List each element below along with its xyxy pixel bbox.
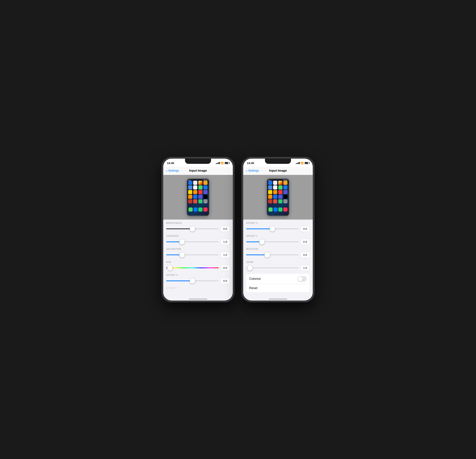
content-area-right: 10:41 ▌▌▌ 📶 🔋 30 [243,175,313,301]
hue-slider-container[interactable] [166,265,219,270]
contrast-value: 1.0 [221,239,230,245]
zoom-slider-row: 1.0 [246,265,310,271]
contrast-thumb[interactable] [179,239,185,245]
saturation-slider-container[interactable] [166,252,219,257]
offsetx-thumb[interactable] [190,278,195,283]
bar2-r [297,163,298,164]
app-clock [193,185,197,189]
dock-music [204,207,207,212]
left-phone-body: 14:40 ▲ 📶 ‹ [162,157,234,302]
brightness-thumb[interactable] [190,226,195,231]
rotation-thumb[interactable] [264,252,270,257]
offsety-thumb[interactable] [259,239,264,245]
brightness-track [166,229,219,229]
hue-label: HUE [166,261,230,263]
hue-track [166,268,219,268]
bar3-r [298,162,299,164]
colorize-toggle[interactable] [298,276,307,282]
battery-fill-right [305,162,308,164]
settings-list: Colorize Reset [246,274,310,292]
app-money [198,199,203,203]
offsetx-control: OFFSET X 0.0 [166,274,230,284]
app-dayone-r [268,185,272,189]
offsety-control: OFFSET Y 0.0 [246,235,310,245]
thumb-screen: 10:41 ▌▌▌ 📶 🔋 30 [187,179,209,215]
hue-thumb[interactable] [167,265,172,270]
back-button[interactable]: ‹ Settings [166,169,179,172]
contrast-slider-row: 1.0 [166,239,230,245]
app-clock-r [273,185,277,189]
saturation-track [166,254,219,255]
hue-control: HUE 0.0 [166,261,230,271]
brightness-label: BRIGHTNESS [166,222,230,224]
offsetx-value: 0.0 [221,278,230,284]
wifi-icon-right: 📶 [301,162,304,164]
app-store [204,185,207,189]
app-money-r [278,199,282,203]
contrast-slider-container[interactable] [166,239,219,245]
brightness-slider-container[interactable] [166,226,219,231]
offsetx2-control: OFFSET X 0.0 [246,222,310,232]
dock-safari-r [273,207,278,212]
thumb-bottom-row [188,207,208,212]
zoom-thumb[interactable] [247,265,253,270]
reset-item[interactable]: Reset [246,284,310,292]
dock-safari [194,207,198,212]
app-photos-r [278,181,282,185]
dock-messages-r [278,207,282,212]
app-mail [188,181,192,185]
saturation-thumb[interactable] [179,252,185,257]
rotation-track [246,254,299,255]
battery-icon [225,162,229,164]
nav-bar: ‹ Settings Input Image [163,167,233,175]
back-button-right[interactable]: ‹ Settings [246,169,259,172]
chevron-left-icon: ‹ [166,169,168,172]
wifi-icon: 📶 [221,162,224,164]
app-calendar: 30 [193,181,197,185]
app-dayone [188,185,192,189]
offsetx-fill [166,280,192,281]
bar1 [216,163,217,164]
zoom-slider-container[interactable] [246,265,299,270]
app-mail-r [268,181,272,185]
app-ulysses [204,181,207,185]
hue-value: 0.0 [221,265,230,271]
zoom-control: ZOOM 1.0 [246,261,310,271]
image-preview: 10:41 ▌▌▌ 📶 🔋 30 [163,175,233,220]
offsetx-slider-container[interactable] [166,278,219,283]
back-label: Settings [168,169,179,172]
colorize-item[interactable]: Colorize [246,274,310,284]
app-pdf [188,199,192,203]
image-preview-right: 10:41 ▌▌▌ 📶 🔋 30 [243,175,313,220]
thumb-bottom-row-right [268,207,288,212]
app-catch-r [278,190,282,194]
saturation-control: SATURATION 1.0 [166,248,230,258]
offsetx2-fill [246,229,272,229]
right-phone-screen: 14:40 ▲ 📶 ‹ [243,159,313,301]
app-settings-r [283,199,288,203]
rotation-value: 0.0 [300,252,310,258]
colorize-label: Colorize [249,277,261,281]
offsety-label: OFFSET Y [246,235,310,238]
app-books [188,195,192,199]
offsety-slider-container[interactable] [246,239,299,245]
offsetx2-slider-container[interactable] [246,226,299,231]
saturation-slider-row: 1.0 [166,252,230,258]
app-files-r [273,195,277,199]
controls-area: BRIGHTNESS 0.0 [163,220,233,295]
offsetx2-label: OFFSET X [246,222,310,224]
zoom-label: ZOOM [246,261,310,263]
zoom-value: 1.0 [300,265,310,271]
app-catch [198,190,203,194]
left-phone: 14:40 ▲ 📶 ‹ [162,157,234,302]
offsetx2-thumb[interactable] [270,226,275,231]
app-notes [188,190,192,194]
app-notes-r [268,190,272,194]
dock-music-r [283,207,288,212]
rotation-slider-row: 0.0 [246,252,310,258]
rotation-slider-container[interactable] [246,252,299,257]
brightness-value: 0.0 [221,226,230,232]
offsetx2-slider-row: 0.0 [246,226,310,232]
rotation-fill [246,254,267,255]
app-atv [204,195,207,199]
